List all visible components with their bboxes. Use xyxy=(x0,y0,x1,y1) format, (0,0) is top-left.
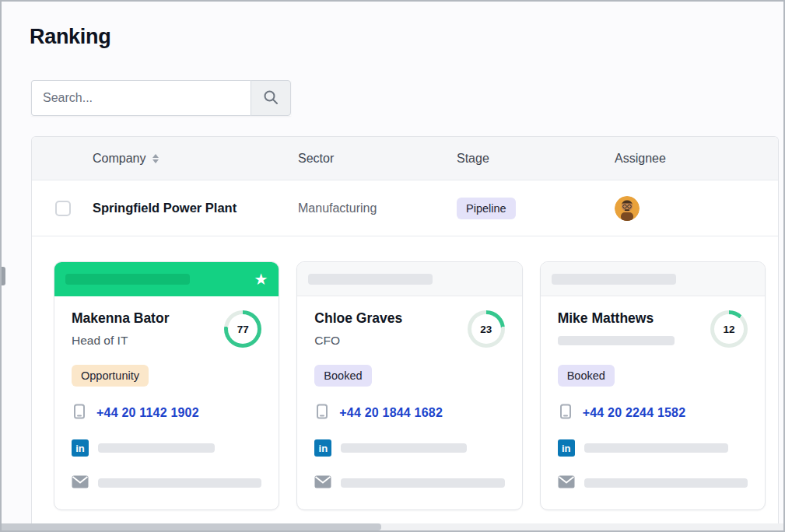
row-checkbox[interactable] xyxy=(55,201,71,216)
scrollbar-thumb[interactable] xyxy=(2,523,381,530)
table-row[interactable]: Springfield Power Plant Manufacturing Pi… xyxy=(32,180,778,236)
email-icon[interactable] xyxy=(314,475,331,492)
contact-card: Chloe Graves CFO 23 Booked +44 20 1844 1… xyxy=(296,261,522,510)
score-ring: 77 xyxy=(224,310,261,348)
email-skeleton xyxy=(98,478,261,488)
column-header-assignee: Assignee xyxy=(615,152,778,166)
phone-link[interactable]: +44 20 2244 1582 xyxy=(583,406,686,420)
assignee-avatar xyxy=(615,196,640,221)
horizontal-scrollbar xyxy=(2,523,783,530)
company-name: Springfield Power Plant xyxy=(93,201,298,215)
card-header: ★ xyxy=(54,262,279,296)
status-badge: Booked xyxy=(558,365,615,387)
linkedin-icon[interactable]: in xyxy=(314,439,331,457)
role-skeleton xyxy=(558,336,675,345)
search-button[interactable] xyxy=(251,80,291,116)
card-body: Chloe Graves CFO 23 Booked +44 20 1844 1… xyxy=(297,296,521,492)
contact-name: Makenna Bator xyxy=(72,310,169,327)
email-icon[interactable] xyxy=(72,475,89,492)
table-header-row: Company Sector Stage Assignee xyxy=(32,137,778,180)
score-ring: 12 xyxy=(710,310,748,348)
search-input[interactable] xyxy=(31,80,251,116)
star-icon[interactable]: ★ xyxy=(254,271,268,287)
contact-role: CFO xyxy=(314,334,402,348)
page-title: Ranking xyxy=(30,25,783,49)
avatar-image xyxy=(615,196,640,221)
card-header xyxy=(541,262,765,296)
left-scroll-nub[interactable] xyxy=(2,267,5,285)
phone-icon xyxy=(72,404,87,422)
status-badge: Booked xyxy=(314,365,371,387)
phone-icon xyxy=(314,404,330,422)
header-skeleton xyxy=(552,274,676,285)
score-value: 23 xyxy=(471,314,501,344)
contact-card: Mike Matthews 12 Booked +44 20 2244 1582… xyxy=(540,261,766,510)
column-header-company-label: Company xyxy=(93,152,145,166)
companies-table: Company Sector Stage Assignee Springfiel… xyxy=(31,136,779,529)
linkedin-skeleton xyxy=(341,443,467,453)
email-skeleton xyxy=(584,478,748,488)
sort-icon[interactable] xyxy=(152,154,159,163)
status-badge: Opportunity xyxy=(72,365,149,387)
app-window: { "page": { "title": "Ranking" }, "searc… xyxy=(0,0,785,532)
linkedin-skeleton xyxy=(98,443,215,453)
contact-name: Chloe Graves xyxy=(314,310,402,327)
contact-cards-section: ★ Makenna Bator Head of IT 77 Opportunit… xyxy=(32,236,778,529)
contact-card: ★ Makenna Bator Head of IT 77 Opportunit… xyxy=(54,261,279,510)
search-bar xyxy=(31,80,291,116)
header-skeleton xyxy=(65,274,190,285)
email-skeleton xyxy=(341,478,504,488)
column-header-sector: Sector xyxy=(298,152,457,166)
score-ring: 23 xyxy=(468,310,505,348)
phone-link[interactable]: +44 20 1142 1902 xyxy=(96,406,199,420)
search-icon xyxy=(262,89,279,108)
score-value: 12 xyxy=(714,314,744,344)
linkedin-skeleton xyxy=(584,443,728,453)
card-header xyxy=(297,262,521,296)
sector-value: Manufacturing xyxy=(298,201,457,215)
email-icon[interactable] xyxy=(558,475,575,492)
phone-icon xyxy=(558,404,573,422)
column-header-company[interactable]: Company xyxy=(93,152,298,166)
score-value: 77 xyxy=(228,314,258,344)
linkedin-icon[interactable]: in xyxy=(72,439,89,457)
card-body: Makenna Bator Head of IT 77 Opportunity … xyxy=(54,296,279,492)
stage-badge: Pipeline xyxy=(457,198,516,219)
phone-link[interactable]: +44 20 1844 1682 xyxy=(339,406,443,420)
contact-role: Head of IT xyxy=(72,334,169,348)
column-header-stage: Stage xyxy=(457,152,615,166)
card-body: Mike Matthews 12 Booked +44 20 2244 1582… xyxy=(541,296,765,492)
header-skeleton xyxy=(308,274,433,285)
contact-name: Mike Matthews xyxy=(558,310,675,327)
linkedin-icon[interactable]: in xyxy=(558,439,575,457)
